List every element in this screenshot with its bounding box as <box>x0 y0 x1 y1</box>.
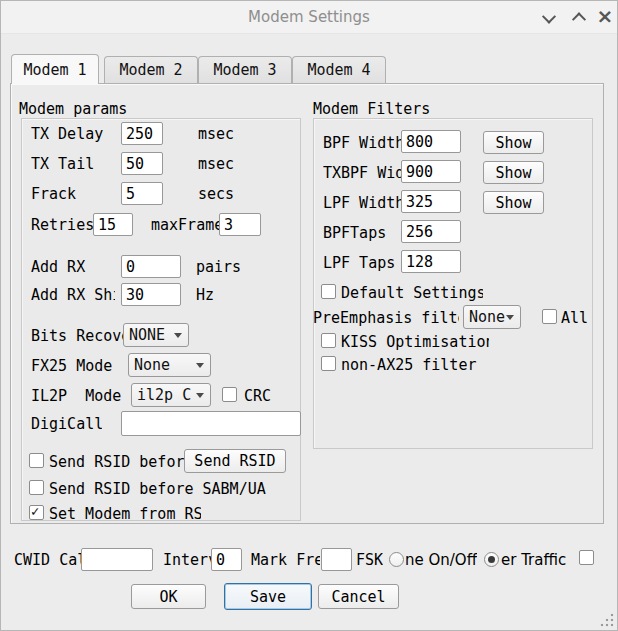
tab-modem-2[interactable]: Modem 2 <box>104 56 198 83</box>
non-ax25-filter-checkbox[interactable] <box>321 356 336 371</box>
preemphasis-all-label: All <box>561 309 588 328</box>
frack-unit: secs <box>198 185 234 204</box>
minimize-button[interactable] <box>540 10 558 26</box>
preemphasis-select[interactable]: None <box>463 305 521 329</box>
lpf-show-button[interactable]: Show <box>483 191 544 214</box>
txbpf-show-button[interactable]: Show <box>483 161 544 184</box>
fx25-mode-select[interactable]: None <box>128 353 211 377</box>
tab-label: Modem 2 <box>119 61 182 79</box>
cancel-button-label: Cancel <box>331 588 385 606</box>
frack-label: Frack <box>31 185 107 204</box>
lpf-taps-input[interactable] <box>401 250 461 273</box>
after-traffic-label: er Traffic <box>501 551 566 570</box>
default-settings-label: Default Settings <box>341 284 483 303</box>
digicall-label: DigiCall <box>31 415 102 434</box>
bits-recovery-value: NONE <box>129 326 165 344</box>
maximize-button[interactable] <box>570 10 588 26</box>
preemphasis-all-checkbox[interactable] <box>542 309 557 324</box>
digicall-input[interactable] <box>121 411 301 436</box>
chevron-up-icon <box>572 12 586 26</box>
maxframe-label: maxFrame <box>151 216 219 235</box>
chevron-down-icon <box>196 363 204 368</box>
set-modem-from-rsid-checkbox[interactable] <box>29 505 44 520</box>
show-button-label: Show <box>495 164 531 182</box>
add-rx-shift-unit: Hz <box>196 286 214 305</box>
show-button-label: Show <box>495 134 531 152</box>
default-settings-checkbox[interactable] <box>321 284 336 299</box>
il2p-mode-select[interactable]: il2p C <box>131 383 211 407</box>
maxframe-input[interactable] <box>219 213 261 236</box>
fx25-mode-label: FX25 Mode <box>31 357 126 376</box>
tx-delay-label: TX Delay <box>31 125 107 144</box>
cwid-call-input[interactable] <box>81 548 153 571</box>
kiss-optimisation-checkbox[interactable] <box>321 333 336 348</box>
set-modem-from-rsid-label: Set Modem from RSID <box>49 505 201 524</box>
save-button-label: Save <box>250 588 286 606</box>
resize-grip[interactable] <box>600 613 614 627</box>
fsk-label: FSK <box>356 551 383 570</box>
close-button[interactable] <box>596 10 614 26</box>
retries-label: Retries <box>31 216 93 235</box>
crc-checkbox[interactable] <box>222 387 237 402</box>
send-rsid-checkbox[interactable] <box>29 453 44 468</box>
save-button[interactable]: Save <box>224 583 312 610</box>
tab-modem-3[interactable]: Modem 3 <box>198 56 292 83</box>
cancel-button[interactable]: Cancel <box>318 584 399 609</box>
mark-freq-input[interactable] <box>321 548 352 571</box>
close-icon <box>597 9 614 27</box>
tab-label: Modem 4 <box>307 61 370 79</box>
show-button-label: Show <box>495 194 531 212</box>
interval-input[interactable] <box>211 548 242 571</box>
bpf-width-input[interactable] <box>401 130 461 153</box>
chevron-down-icon <box>542 10 556 24</box>
cwid-call-label: CWID Call <box>14 551 81 570</box>
bits-recovery-label: Bits Recovery <box>31 327 123 346</box>
tone-on-off-label: ne On/Off <box>405 551 477 570</box>
bpf-show-button[interactable]: Show <box>483 131 544 154</box>
after-traffic-radio[interactable] <box>484 552 499 567</box>
add-rx-unit: pairs <box>196 258 241 277</box>
add-rx-shift-label: Add RX Shift <box>31 286 115 305</box>
add-rx-label: Add RX <box>31 258 117 277</box>
tab-modem-1[interactable]: Modem 1 <box>11 54 99 84</box>
interval-label: Interval <box>163 551 211 570</box>
tx-delay-unit: msec <box>198 125 234 144</box>
il2p-mode-value: il2p C <box>137 386 191 404</box>
ok-button[interactable]: OK <box>131 584 206 609</box>
bpf-taps-input[interactable] <box>401 220 461 243</box>
chevron-down-icon <box>196 393 204 398</box>
bits-recovery-select[interactable]: NONE <box>123 323 189 347</box>
frack-input[interactable] <box>121 182 163 205</box>
tx-tail-input[interactable] <box>121 152 163 175</box>
kiss-optimisation-label: KISS Optimisation <box>341 333 489 352</box>
lpf-width-input[interactable] <box>401 190 461 213</box>
tab-label: Modem 1 <box>23 61 86 79</box>
retries-input[interactable] <box>93 213 133 236</box>
tab-modem-4[interactable]: Modem 4 <box>292 56 386 83</box>
modem-filters-title: Modem Filters <box>313 100 430 118</box>
crc-label: CRC <box>244 387 271 406</box>
send-rsid-button[interactable]: Send RSID <box>184 449 286 473</box>
ok-button-label: OK <box>159 588 177 606</box>
lpf-taps-label: LPF Taps <box>323 254 399 273</box>
tx-tail-unit: msec <box>198 155 234 174</box>
txbpf-width-label: TXBPF Width <box>323 164 401 183</box>
send-rsid-sabm-label: Send RSID before SABM/UA <box>49 480 294 499</box>
preemphasis-value: None <box>469 308 505 326</box>
fx25-mode-value: None <box>134 356 170 374</box>
add-rx-shift-input[interactable] <box>121 283 181 306</box>
mark-freq-label: Mark Freq <box>251 551 320 570</box>
add-rx-input[interactable] <box>121 255 181 278</box>
txbpf-width-input[interactable] <box>401 160 461 183</box>
send-rsid-sabm-checkbox[interactable] <box>29 480 44 495</box>
bpf-taps-label: BPFTaps <box>323 224 401 243</box>
tx-tail-label: TX Tail <box>31 155 107 174</box>
modem-settings-window: Modem Settings Modem 1 Modem 2 Modem 3 M… <box>0 0 618 631</box>
titlebar: Modem Settings <box>1 1 617 34</box>
cwid-extra-checkbox[interactable] <box>579 550 594 565</box>
send-rsid-button-label: Send RSID <box>194 452 275 470</box>
chevron-down-icon <box>174 333 182 338</box>
tone-on-off-radio[interactable] <box>389 552 404 567</box>
window-title: Modem Settings <box>1 8 617 26</box>
tx-delay-input[interactable] <box>121 122 163 145</box>
